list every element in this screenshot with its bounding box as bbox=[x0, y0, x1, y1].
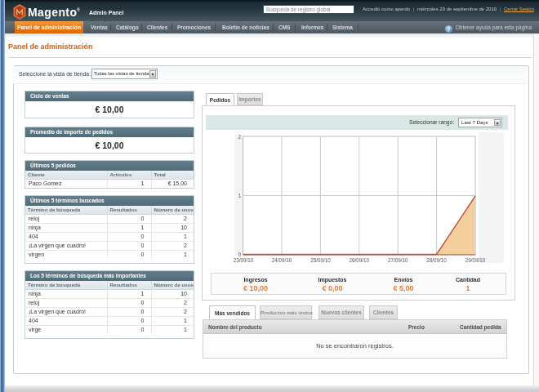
svg-text:26/09/10: 26/09/10 bbox=[350, 257, 370, 263]
svg-text:29/09/10: 29/09/10 bbox=[466, 257, 486, 263]
svg-text:1: 1 bbox=[238, 193, 241, 198]
svg-text:2: 2 bbox=[238, 134, 241, 140]
svg-text:23/09/10: 23/09/10 bbox=[234, 257, 254, 263]
svg-text:27/09/10: 27/09/10 bbox=[388, 257, 408, 263]
svg-text:24/09/10: 24/09/10 bbox=[272, 257, 292, 263]
svg-text:28/09/10: 28/09/10 bbox=[426, 257, 447, 263]
svg-text:0: 0 bbox=[238, 252, 241, 257]
svg-text:25/09/10: 25/09/10 bbox=[310, 257, 331, 263]
